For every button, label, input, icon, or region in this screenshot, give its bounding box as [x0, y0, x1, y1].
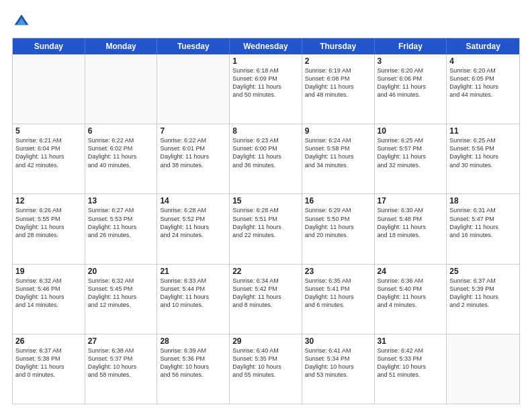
- cell-info: Sunrise: 6:27 AM Sunset: 5:53 PM Dayligh…: [88, 206, 154, 239]
- calendar-cell: 10Sunrise: 6:25 AM Sunset: 5:57 PM Dayli…: [375, 124, 447, 193]
- calendar-row: 19Sunrise: 6:32 AM Sunset: 5:46 PM Dayli…: [13, 265, 519, 334]
- page: SundayMondayTuesdayWednesdayThursdayFrid…: [0, 0, 532, 411]
- cell-info: Sunrise: 6:20 AM Sunset: 6:06 PM Dayligh…: [378, 66, 444, 99]
- calendar-cell: 26Sunrise: 6:37 AM Sunset: 5:38 PM Dayli…: [13, 334, 85, 404]
- calendar-cell: 25Sunrise: 6:37 AM Sunset: 5:39 PM Dayli…: [447, 265, 519, 334]
- calendar-cell: [157, 54, 230, 124]
- cell-info: Sunrise: 6:25 AM Sunset: 5:56 PM Dayligh…: [449, 136, 517, 169]
- calendar: SundayMondayTuesdayWednesdayThursdayFrid…: [12, 38, 520, 404]
- calendar-header: SundayMondayTuesdayWednesdayThursdayFrid…: [13, 38, 519, 54]
- cell-info: Sunrise: 6:21 AM Sunset: 6:04 PM Dayligh…: [15, 136, 82, 169]
- day-number: 26: [15, 336, 82, 346]
- cell-info: Sunrise: 6:26 AM Sunset: 5:55 PM Dayligh…: [15, 206, 82, 239]
- day-number: 29: [232, 336, 299, 346]
- day-number: 23: [305, 267, 371, 276]
- day-number: 9: [305, 126, 371, 136]
- logo-icon: [12, 12, 31, 31]
- calendar-cell: 31Sunrise: 6:42 AM Sunset: 5:33 PM Dayli…: [375, 334, 447, 404]
- calendar-cell: 12Sunrise: 6:26 AM Sunset: 5:55 PM Dayli…: [13, 194, 85, 263]
- weekday-header: Monday: [85, 38, 158, 54]
- day-number: 20: [88, 267, 154, 276]
- calendar-cell: 17Sunrise: 6:30 AM Sunset: 5:48 PM Dayli…: [375, 194, 447, 263]
- calendar-cell: 5Sunrise: 6:21 AM Sunset: 6:04 PM Daylig…: [13, 124, 85, 193]
- calendar-cell: 21Sunrise: 6:33 AM Sunset: 5:44 PM Dayli…: [157, 265, 230, 334]
- cell-info: Sunrise: 6:33 AM Sunset: 5:44 PM Dayligh…: [160, 277, 226, 310]
- calendar-row: 1Sunrise: 6:18 AM Sunset: 6:09 PM Daylig…: [13, 54, 519, 124]
- day-number: 28: [160, 336, 226, 346]
- cell-info: Sunrise: 6:40 AM Sunset: 5:35 PM Dayligh…: [232, 347, 299, 379]
- cell-info: Sunrise: 6:24 AM Sunset: 5:58 PM Dayligh…: [305, 136, 371, 169]
- header: [12, 12, 520, 31]
- calendar-cell: 29Sunrise: 6:40 AM Sunset: 5:35 PM Dayli…: [230, 334, 302, 404]
- calendar-cell: 20Sunrise: 6:32 AM Sunset: 5:45 PM Dayli…: [85, 265, 158, 334]
- cell-info: Sunrise: 6:20 AM Sunset: 6:05 PM Dayligh…: [449, 66, 517, 99]
- calendar-cell: 30Sunrise: 6:41 AM Sunset: 5:34 PM Dayli…: [302, 334, 375, 404]
- calendar-cell: [447, 334, 519, 404]
- calendar-cell: 24Sunrise: 6:36 AM Sunset: 5:40 PM Dayli…: [375, 265, 447, 334]
- weekday-header: Saturday: [447, 38, 519, 54]
- calendar-cell: 13Sunrise: 6:27 AM Sunset: 5:53 PM Dayli…: [85, 194, 158, 263]
- day-number: 5: [15, 126, 82, 136]
- day-number: 2: [305, 56, 371, 66]
- calendar-cell: 23Sunrise: 6:35 AM Sunset: 5:41 PM Dayli…: [302, 265, 375, 334]
- day-number: 11: [449, 126, 517, 136]
- day-number: 1: [232, 56, 299, 66]
- calendar-cell: 15Sunrise: 6:28 AM Sunset: 5:51 PM Dayli…: [230, 194, 302, 263]
- weekday-header: Sunday: [13, 38, 85, 54]
- cell-info: Sunrise: 6:39 AM Sunset: 5:36 PM Dayligh…: [160, 347, 226, 379]
- cell-info: Sunrise: 6:32 AM Sunset: 5:46 PM Dayligh…: [15, 277, 82, 310]
- day-number: 25: [449, 267, 517, 276]
- weekday-header: Tuesday: [157, 38, 230, 54]
- day-number: 19: [15, 267, 82, 276]
- calendar-row: 5Sunrise: 6:21 AM Sunset: 6:04 PM Daylig…: [13, 124, 519, 194]
- cell-info: Sunrise: 6:31 AM Sunset: 5:47 PM Dayligh…: [449, 206, 517, 239]
- calendar-cell: 19Sunrise: 6:32 AM Sunset: 5:46 PM Dayli…: [13, 265, 85, 334]
- calendar-row: 12Sunrise: 6:26 AM Sunset: 5:55 PM Dayli…: [13, 194, 519, 264]
- calendar-cell: 2Sunrise: 6:19 AM Sunset: 6:08 PM Daylig…: [302, 54, 375, 124]
- cell-info: Sunrise: 6:37 AM Sunset: 5:39 PM Dayligh…: [449, 277, 517, 310]
- cell-info: Sunrise: 6:37 AM Sunset: 5:38 PM Dayligh…: [15, 347, 82, 379]
- calendar-cell: 7Sunrise: 6:22 AM Sunset: 6:01 PM Daylig…: [157, 124, 230, 193]
- day-number: 8: [232, 126, 299, 136]
- cell-info: Sunrise: 6:35 AM Sunset: 5:41 PM Dayligh…: [305, 277, 371, 310]
- calendar-cell: 3Sunrise: 6:20 AM Sunset: 6:06 PM Daylig…: [375, 54, 447, 124]
- cell-info: Sunrise: 6:19 AM Sunset: 6:08 PM Dayligh…: [305, 66, 371, 99]
- day-number: 16: [305, 196, 371, 205]
- day-number: 15: [232, 196, 299, 205]
- cell-info: Sunrise: 6:34 AM Sunset: 5:42 PM Dayligh…: [232, 277, 299, 310]
- cell-info: Sunrise: 6:28 AM Sunset: 5:51 PM Dayligh…: [232, 206, 299, 239]
- cell-info: Sunrise: 6:22 AM Sunset: 6:02 PM Dayligh…: [88, 136, 154, 169]
- cell-info: Sunrise: 6:25 AM Sunset: 5:57 PM Dayligh…: [378, 136, 444, 169]
- calendar-cell: [13, 54, 85, 124]
- calendar-body: 1Sunrise: 6:18 AM Sunset: 6:09 PM Daylig…: [13, 54, 519, 404]
- cell-info: Sunrise: 6:41 AM Sunset: 5:34 PM Dayligh…: [305, 347, 371, 379]
- calendar-cell: 27Sunrise: 6:38 AM Sunset: 5:37 PM Dayli…: [85, 334, 158, 404]
- logo: [12, 12, 34, 31]
- cell-info: Sunrise: 6:36 AM Sunset: 5:40 PM Dayligh…: [378, 277, 444, 310]
- calendar-cell: 14Sunrise: 6:28 AM Sunset: 5:52 PM Dayli…: [157, 194, 230, 263]
- day-number: 27: [88, 336, 154, 346]
- calendar-cell: 16Sunrise: 6:29 AM Sunset: 5:50 PM Dayli…: [302, 194, 375, 263]
- day-number: 31: [378, 336, 444, 346]
- day-number: 17: [378, 196, 444, 205]
- calendar-cell: 8Sunrise: 6:23 AM Sunset: 6:00 PM Daylig…: [230, 124, 302, 193]
- cell-info: Sunrise: 6:18 AM Sunset: 6:09 PM Dayligh…: [232, 66, 299, 99]
- cell-info: Sunrise: 6:32 AM Sunset: 5:45 PM Dayligh…: [88, 277, 154, 310]
- day-number: 30: [305, 336, 371, 346]
- cell-info: Sunrise: 6:23 AM Sunset: 6:00 PM Dayligh…: [232, 136, 299, 169]
- cell-info: Sunrise: 6:42 AM Sunset: 5:33 PM Dayligh…: [378, 347, 444, 379]
- day-number: 24: [378, 267, 444, 276]
- calendar-cell: 28Sunrise: 6:39 AM Sunset: 5:36 PM Dayli…: [157, 334, 230, 404]
- calendar-cell: 4Sunrise: 6:20 AM Sunset: 6:05 PM Daylig…: [447, 54, 519, 124]
- cell-info: Sunrise: 6:28 AM Sunset: 5:52 PM Dayligh…: [160, 206, 226, 239]
- cell-info: Sunrise: 6:30 AM Sunset: 5:48 PM Dayligh…: [378, 206, 444, 239]
- calendar-cell: 1Sunrise: 6:18 AM Sunset: 6:09 PM Daylig…: [230, 54, 302, 124]
- calendar-cell: 11Sunrise: 6:25 AM Sunset: 5:56 PM Dayli…: [447, 124, 519, 193]
- day-number: 13: [88, 196, 154, 205]
- calendar-cell: [85, 54, 158, 124]
- cell-info: Sunrise: 6:22 AM Sunset: 6:01 PM Dayligh…: [160, 136, 226, 169]
- cell-info: Sunrise: 6:38 AM Sunset: 5:37 PM Dayligh…: [88, 347, 154, 379]
- day-number: 10: [378, 126, 444, 136]
- weekday-header: Wednesday: [230, 38, 302, 54]
- calendar-row: 26Sunrise: 6:37 AM Sunset: 5:38 PM Dayli…: [13, 334, 519, 404]
